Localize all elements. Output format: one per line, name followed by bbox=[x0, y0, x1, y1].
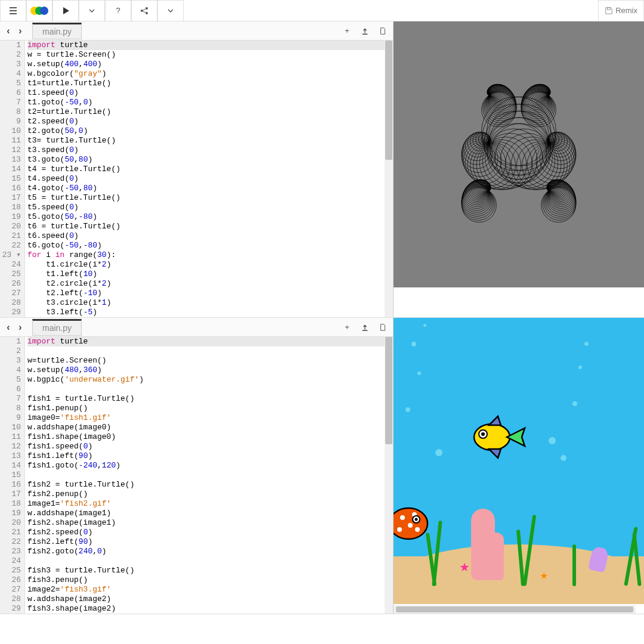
upload-icon[interactable] bbox=[358, 321, 371, 334]
document-icon[interactable] bbox=[376, 321, 389, 334]
svg-point-153 bbox=[521, 92, 556, 127]
svg-point-188 bbox=[400, 515, 405, 520]
remix-label: Remix bbox=[615, 6, 637, 15]
fish-sprite-2 bbox=[394, 503, 435, 544]
svg-point-194 bbox=[415, 518, 418, 521]
file-tab[interactable]: main.py bbox=[32, 319, 82, 336]
output-pane-2: ★ ★ bbox=[394, 318, 644, 614]
next-tab-icon[interactable]: › bbox=[16, 25, 25, 37]
seaweed bbox=[572, 544, 576, 586]
document-icon[interactable] bbox=[376, 24, 389, 38]
tab-row-2: ‹ › main.py + bbox=[0, 318, 393, 337]
scrollbar-vertical[interactable] bbox=[385, 337, 393, 614]
svg-point-0 bbox=[141, 10, 143, 12]
bubble bbox=[578, 366, 582, 369]
remix-button[interactable]: Remix bbox=[598, 0, 644, 21]
turtle-canvas-2: ★ ★ bbox=[394, 318, 644, 604]
save-icon bbox=[605, 7, 613, 15]
starfish: ★ bbox=[459, 560, 470, 574]
prev-tab-icon[interactable]: ‹ bbox=[4, 321, 13, 333]
scrollbar-vertical[interactable] bbox=[385, 41, 393, 317]
ide-instance-1: ? Remix ‹ › main.py + 123456789101112131… bbox=[0, 0, 644, 318]
turtle-canvas-1 bbox=[394, 21, 644, 287]
bubble bbox=[584, 342, 589, 346]
bubble bbox=[435, 449, 442, 456]
run-button[interactable] bbox=[52, 0, 79, 21]
bubble bbox=[549, 437, 556, 444]
editor-pane: ‹ › main.py + 12345678910111213141516171… bbox=[0, 21, 394, 317]
starfish: ★ bbox=[540, 570, 548, 581]
run-dropdown[interactable] bbox=[79, 0, 105, 21]
add-file-icon[interactable]: + bbox=[340, 321, 354, 334]
svg-point-123 bbox=[462, 188, 496, 222]
bubble bbox=[561, 455, 566, 461]
menu-button[interactable] bbox=[0, 0, 26, 21]
svg-point-2 bbox=[145, 12, 148, 14]
spirograph-output bbox=[423, 30, 614, 256]
code-area[interactable]: import turtlew = turtle.Screen()w.setup(… bbox=[25, 41, 393, 317]
share-dropdown[interactable] bbox=[157, 0, 184, 21]
line-gutter: 1234567891011121314151617181920212223 ▾2… bbox=[0, 41, 25, 317]
bubble bbox=[411, 342, 416, 346]
svg-point-183 bbox=[482, 92, 516, 127]
code-editor-1[interactable]: 1234567891011121314151617181920212223 ▾2… bbox=[0, 41, 393, 317]
next-tab-icon[interactable]: › bbox=[16, 321, 25, 333]
tab-row: ‹ › main.py + bbox=[0, 21, 393, 41]
editor-pane-2: ‹ › main.py + 12345678910111213141516171… bbox=[0, 318, 394, 614]
help-button[interactable]: ? bbox=[105, 0, 131, 21]
coral bbox=[489, 532, 504, 580]
code-area[interactable]: import turtlew=turtle.Screen()w.setup(48… bbox=[25, 337, 393, 614]
code-editor-2[interactable]: 1234567891011121314151617181920212223242… bbox=[0, 337, 393, 614]
prev-tab-icon[interactable]: ‹ bbox=[4, 25, 13, 37]
add-file-icon[interactable]: + bbox=[340, 24, 354, 38]
svg-point-191 bbox=[415, 527, 420, 532]
bubble bbox=[423, 324, 426, 327]
toolbar: ? Remix bbox=[0, 0, 644, 21]
fish-sprite-1 bbox=[465, 413, 531, 461]
svg-point-1 bbox=[145, 7, 148, 10]
svg-point-192 bbox=[408, 523, 413, 528]
file-tab[interactable]: main.py bbox=[32, 23, 82, 39]
share-button[interactable] bbox=[131, 0, 157, 21]
bubble bbox=[417, 371, 421, 375]
svg-point-186 bbox=[481, 432, 485, 436]
ide-instance-2: ‹ › main.py + 12345678910111213141516171… bbox=[0, 318, 644, 614]
svg-rect-3 bbox=[608, 7, 611, 10]
bubble bbox=[572, 401, 577, 406]
line-gutter: 1234567891011121314151617181920212223242… bbox=[0, 337, 25, 614]
logo-icon bbox=[26, 0, 52, 21]
upload-icon[interactable] bbox=[358, 24, 371, 38]
scrollbar-horizontal[interactable] bbox=[394, 604, 644, 614]
svg-point-190 bbox=[397, 527, 402, 532]
output-pane-1 bbox=[394, 21, 644, 317]
bubble bbox=[405, 407, 410, 412]
svg-point-93 bbox=[541, 188, 576, 222]
